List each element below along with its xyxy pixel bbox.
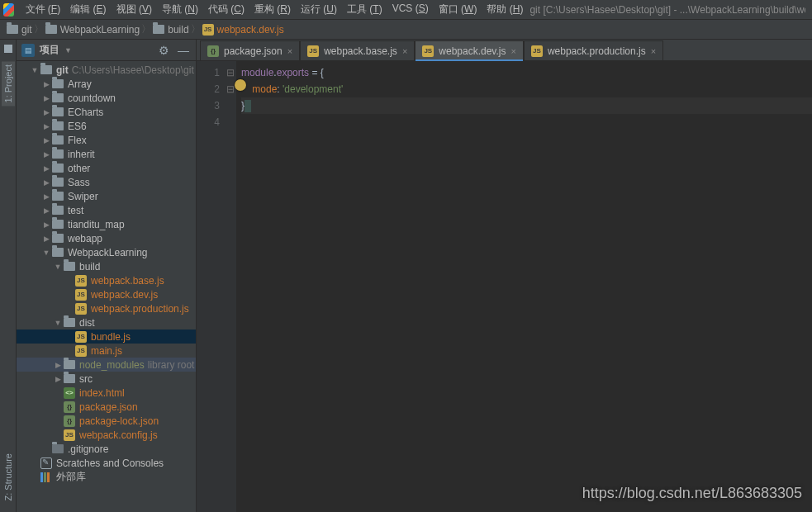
chevron-right-icon: 〉 bbox=[141, 22, 151, 36]
tree-item-node_modules[interactable]: node_moduleslibrary root bbox=[17, 358, 196, 372]
tree-item-src[interactable]: src bbox=[17, 372, 196, 386]
tree-item-index.html[interactable]: index.html bbox=[17, 386, 196, 400]
editor-tab-webpack.dev.js[interactable]: webpack.dev.js× bbox=[415, 40, 524, 60]
tree-item-other[interactable]: other bbox=[17, 161, 196, 175]
expand-arrow-icon[interactable] bbox=[41, 235, 51, 243]
expand-arrow-icon[interactable] bbox=[53, 375, 63, 383]
tree-item-Swiper[interactable]: Swiper bbox=[17, 189, 196, 203]
expand-arrow-icon[interactable] bbox=[41, 80, 51, 88]
tree-item-外部库[interactable]: 外部库 bbox=[17, 470, 196, 484]
project-view-icon[interactable] bbox=[21, 44, 35, 57]
menu-item-视图[interactable]: 视图 (V) bbox=[112, 1, 157, 18]
close-icon[interactable]: × bbox=[510, 46, 515, 56]
tree-item-tianditu_map[interactable]: tianditu_map bbox=[17, 217, 196, 231]
tree-item-git[interactable]: gitC:\Users\Hasee\Desktop\git bbox=[17, 63, 196, 77]
editor-body[interactable]: 1234 ⊟⊟ module.exports = { mode: 'develo… bbox=[197, 61, 812, 512]
breadcrumb-build[interactable]: build bbox=[153, 24, 188, 36]
tree-item-label: ES6 bbox=[68, 121, 87, 132]
tree-item-countdown[interactable]: countdown bbox=[17, 91, 196, 105]
tree-item-ECharts[interactable]: ECharts bbox=[17, 105, 196, 119]
tree-item-webpack.base.js[interactable]: webpack.base.js bbox=[17, 273, 196, 287]
folder-icon bbox=[52, 192, 64, 201]
tree-item-package.json[interactable]: package.json bbox=[17, 400, 196, 414]
tree-item-build[interactable]: build bbox=[17, 259, 196, 273]
tree-item-bundle.js[interactable]: bundle.js bbox=[17, 329, 196, 344]
editor-tab-webpack.base.js[interactable]: webpack.base.js× bbox=[300, 40, 415, 60]
menu-item-帮助[interactable]: 帮助 (H) bbox=[482, 1, 528, 18]
minimize-icon[interactable]: — bbox=[176, 44, 191, 57]
expand-arrow-icon[interactable] bbox=[41, 122, 51, 130]
close-icon[interactable]: × bbox=[651, 46, 656, 56]
tree-item-Sass[interactable]: Sass bbox=[17, 175, 196, 189]
tree-item-webpack.config.js[interactable]: webpack.config.js bbox=[17, 428, 196, 442]
js-icon bbox=[75, 289, 87, 301]
tree-item-inherit[interactable]: inherit bbox=[17, 147, 196, 161]
close-icon[interactable]: × bbox=[287, 46, 292, 56]
expand-arrow-icon[interactable] bbox=[41, 192, 51, 201]
folder-icon bbox=[52, 79, 64, 88]
folder-icon bbox=[52, 178, 64, 187]
tree-item-ES6[interactable]: ES6 bbox=[17, 119, 196, 133]
expand-arrow-icon[interactable] bbox=[53, 361, 63, 369]
gear-icon[interactable]: ⚙ bbox=[157, 44, 171, 57]
tree-item-Flex[interactable]: Flex bbox=[17, 133, 196, 147]
editor-tab-webpack.production.js[interactable]: webpack.production.js× bbox=[524, 40, 663, 60]
folder-icon bbox=[153, 25, 164, 34]
project-tool-tab[interactable]: 1: Project bbox=[2, 61, 15, 106]
tree-item-label: package-lock.json bbox=[79, 415, 159, 427]
expand-arrow-icon[interactable] bbox=[53, 263, 63, 271]
tree-item-label: git bbox=[56, 64, 69, 76]
expand-arrow-icon[interactable] bbox=[41, 94, 51, 102]
expand-arrow-icon[interactable] bbox=[41, 150, 51, 159]
tree-item-webpack.production.js[interactable]: webpack.production.js bbox=[17, 301, 196, 315]
menu-item-VCS[interactable]: VCS (S) bbox=[387, 1, 434, 18]
code-area[interactable]: module.exports = { mode: 'development' } bbox=[236, 61, 812, 512]
menu-item-编辑[interactable]: 编辑 (E) bbox=[65, 1, 111, 18]
menu-item-文件[interactable]: 文件 (F) bbox=[21, 1, 66, 18]
editor-tab-package.json[interactable]: package.json× bbox=[200, 40, 300, 60]
project-tree[interactable]: gitC:\Users\Hasee\Desktop\gitArraycountd… bbox=[17, 61, 196, 512]
expand-arrow-icon[interactable] bbox=[41, 249, 51, 257]
tree-item-label: Swiper bbox=[68, 191, 98, 202]
breadcrumb-git[interactable]: git bbox=[7, 24, 32, 36]
expand-arrow-icon[interactable] bbox=[41, 164, 51, 173]
js-icon bbox=[531, 45, 543, 57]
fold-gutter[interactable]: ⊟⊟ bbox=[225, 61, 236, 512]
tree-item-label: main.js bbox=[91, 345, 122, 357]
tree-item-label: build bbox=[79, 261, 100, 273]
tree-item-package-lock.json[interactable]: package-lock.json bbox=[17, 414, 196, 428]
expand-arrow-icon[interactable] bbox=[53, 319, 63, 327]
tree-item-webpack.dev.js[interactable]: webpack.dev.js bbox=[17, 287, 196, 301]
expand-arrow-icon[interactable] bbox=[41, 206, 51, 215]
expand-arrow-icon[interactable] bbox=[41, 108, 51, 116]
tree-item-main.js[interactable]: main.js bbox=[17, 344, 196, 358]
chevron-down-icon[interactable]: ▼ bbox=[64, 46, 72, 55]
tree-item-.gitignore[interactable]: .gitignore bbox=[17, 442, 196, 456]
expand-arrow-icon[interactable] bbox=[30, 66, 40, 74]
app-logo-icon bbox=[3, 3, 14, 17]
tree-item-webapp[interactable]: webapp bbox=[17, 231, 196, 245]
menu-item-代码[interactable]: 代码 (C) bbox=[203, 1, 249, 18]
menu-item-导航[interactable]: 导航 (N) bbox=[157, 1, 203, 18]
json-icon bbox=[207, 45, 219, 57]
menu-item-窗口[interactable]: 窗口 (W) bbox=[434, 1, 482, 18]
breadcrumb-webpack.dev.js[interactable]: webpack.dev.js bbox=[202, 24, 284, 36]
close-icon[interactable]: × bbox=[402, 46, 407, 56]
tree-item-WebpackLearning[interactable]: WebpackLearning bbox=[17, 245, 196, 259]
structure-tool-tab[interactable]: Z: Structure bbox=[2, 450, 15, 504]
js-icon bbox=[202, 24, 214, 36]
breadcrumb-WebpackLearning[interactable]: WebpackLearning bbox=[45, 24, 140, 36]
tree-item-Scratches and Consoles[interactable]: Scratches and Consoles bbox=[17, 456, 196, 470]
menu-item-重构[interactable]: 重构 (R) bbox=[249, 1, 296, 18]
expand-arrow-icon[interactable] bbox=[41, 136, 51, 145]
expand-arrow-icon[interactable] bbox=[41, 178, 51, 187]
tree-item-dist[interactable]: dist bbox=[17, 315, 196, 329]
tree-item-test[interactable]: test bbox=[17, 203, 196, 217]
menu-item-运行[interactable]: 运行 (U) bbox=[296, 1, 342, 18]
expand-arrow-icon[interactable] bbox=[41, 220, 51, 229]
tree-item-label: node_modules bbox=[79, 359, 145, 371]
folder-icon bbox=[64, 262, 75, 271]
menu-item-工具[interactable]: 工具 (T) bbox=[342, 1, 387, 18]
code-token: mode bbox=[241, 83, 277, 95]
tree-item-Array[interactable]: Array bbox=[17, 77, 196, 91]
